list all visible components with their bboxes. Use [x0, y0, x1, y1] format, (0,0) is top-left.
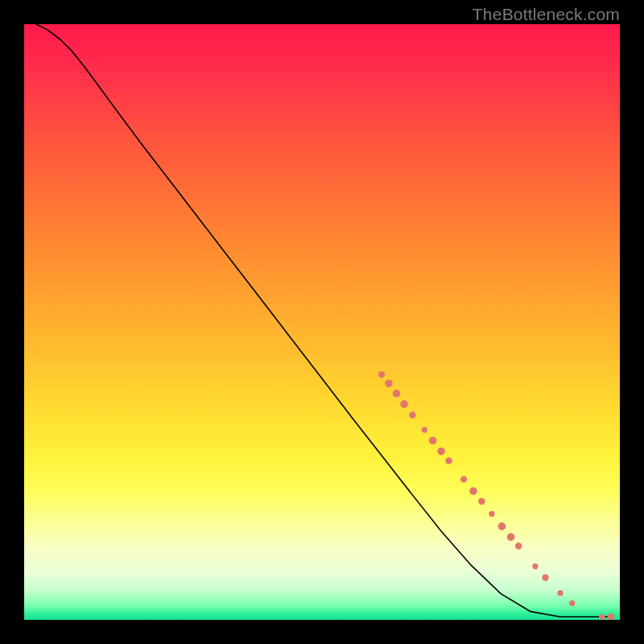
data-point	[409, 411, 415, 418]
data-point	[400, 400, 408, 408]
data-point	[429, 436, 437, 444]
data-point	[507, 533, 515, 541]
data-point	[599, 614, 605, 620]
data-point	[498, 522, 506, 530]
data-point	[542, 574, 548, 580]
data-point	[422, 427, 427, 432]
data-point	[515, 543, 522, 549]
watermark-text: TheBottleneck.com	[473, 5, 620, 24]
data-point	[385, 379, 393, 387]
data-point	[489, 511, 494, 517]
data-point	[460, 476, 467, 482]
data-point	[445, 457, 452, 464]
data-point	[569, 601, 575, 606]
data-point	[393, 390, 401, 398]
data-point	[469, 487, 477, 495]
chart-svg	[24, 24, 620, 620]
data-point	[437, 448, 445, 456]
data-point	[378, 371, 385, 378]
main-curve	[36, 24, 611, 617]
data-point	[478, 498, 485, 505]
data-point	[532, 564, 538, 569]
data-point	[608, 613, 614, 620]
data-point	[557, 590, 563, 596]
chart-container: TheBottleneck.com	[0, 0, 644, 644]
plot-area	[24, 24, 620, 620]
